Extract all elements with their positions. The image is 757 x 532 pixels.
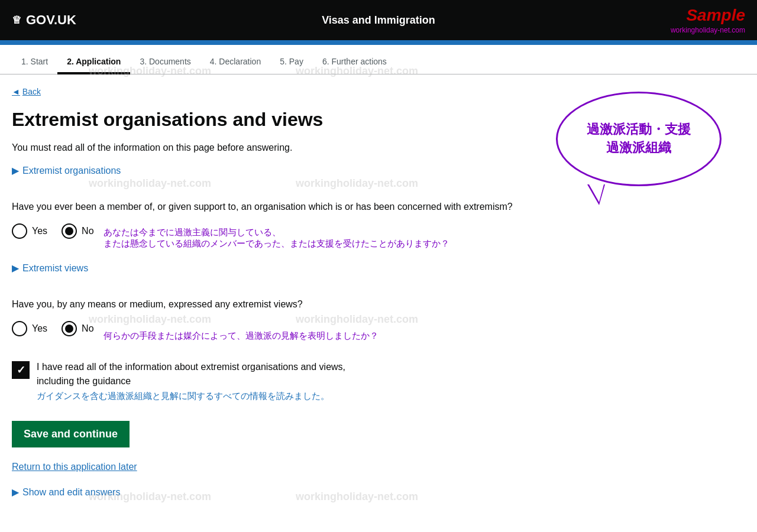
question2-yes-text: Yes (32, 323, 47, 334)
step-application[interactable]: 2. Application (57, 52, 130, 74)
progress-bar (0, 40, 757, 45)
site-header: ♕ GOV.UK Visas and Immigration Sample wo… (0, 0, 757, 40)
question2-no-text: No (82, 323, 93, 334)
question2-yes-radio[interactable] (12, 321, 27, 336)
checkbox-jp-text: ガイダンスを含む過激派組織と見解に関するすべての情報を読みました。 (37, 391, 345, 402)
page-title: Extremist organisations and views (12, 108, 520, 131)
show-edit-label-text: Show and edit answers (22, 487, 120, 498)
question1-yes-label[interactable]: Yes (12, 223, 47, 239)
speech-bubble: 過激派活動・支援過激派組織 (556, 92, 722, 186)
step-declaration[interactable]: 4. Declaration (200, 52, 270, 74)
checkbox-label-text: I have read all of the information about… (37, 362, 345, 386)
confirmation-checkbox[interactable] (12, 361, 30, 379)
step-pay[interactable]: 5. Pay (270, 52, 313, 74)
question2-text: Have you, by any means or medium, expres… (12, 297, 520, 312)
expand-views-link[interactable]: ▶ Extremist views (12, 262, 88, 274)
speech-bubble-container: 過激派活動・支援過激派組織 (556, 92, 745, 186)
question1-no-text: No (82, 226, 93, 236)
question1-radio-group: Yes No (12, 223, 94, 239)
back-link[interactable]: ◄ Back (12, 87, 41, 96)
gov-logo[interactable]: ♕ GOV.UK (12, 12, 76, 28)
question1-yes-text: Yes (32, 226, 47, 236)
question2-radio-row: Yes No 何らかの手段または媒介によって、過激派の見解を表明しましたか？ (12, 321, 520, 351)
speech-bubble-text: 過激派活動・支援過激派組織 (587, 121, 691, 157)
show-edit-link[interactable]: ▶ Show and edit answers (12, 486, 120, 498)
save-continue-button[interactable]: Save and continue (12, 421, 130, 447)
step-documents[interactable]: 3. Documents (130, 52, 200, 74)
show-edit-arrow-icon: ▶ (12, 486, 19, 498)
question2-no-radio[interactable] (62, 321, 77, 336)
question2-no-label[interactable]: No (62, 321, 93, 336)
steps-navigation: 1. Start 2. Application 3. Documents 4. … (0, 45, 757, 74)
logo-text: GOV.UK (26, 12, 76, 28)
site-title: Visas and Immigration (322, 14, 435, 27)
question1-radio-row: Yes No あなたは今までに過激主義に関与している、または懸念している組織のメ… (12, 223, 520, 253)
question1-text: Have you ever been a member of, or given… (12, 200, 520, 214)
checkbox-label: I have read all of the information about… (37, 360, 345, 402)
step-further-actions[interactable]: 6. Further actions (313, 52, 396, 74)
instruction-text: You must read all of the information on … (12, 142, 520, 153)
main-content: ◄ Back Extremist organisations and views… (0, 74, 532, 510)
question1-no-label[interactable]: No (62, 223, 93, 239)
expand-orgs-icon: ▶ (12, 165, 19, 176)
question2-radio-group: Yes No (12, 321, 94, 336)
expand-orgs-label: Extremist organisations (22, 166, 121, 176)
question1-yes-radio[interactable] (12, 223, 27, 239)
header-watermark: workingholiday-net.com (671, 26, 745, 34)
return-link[interactable]: Return to this application later (12, 462, 520, 472)
question1-no-radio[interactable] (62, 223, 77, 239)
back-link-text: Back (22, 87, 41, 96)
expand-views-icon: ▶ (12, 262, 19, 274)
expand-views-label: Extremist views (22, 263, 88, 274)
expand-orgs-link[interactable]: ▶ Extremist organisations (12, 165, 121, 176)
step-start[interactable]: 1. Start (12, 52, 57, 74)
sample-label: Sample (671, 6, 745, 25)
crown-icon: ♕ (12, 14, 21, 27)
question1-jp-translation: あなたは今までに過激主義に関与している、または懸念している組織のメンバーであった… (103, 227, 449, 249)
question2-yes-label[interactable]: Yes (12, 321, 47, 336)
confirmation-checkbox-group: I have read all of the information about… (12, 360, 520, 402)
back-arrow-icon: ◄ (12, 87, 20, 96)
question2-jp-translation: 何らかの手段または媒介によって、過激派の見解を表明しましたか？ (103, 330, 378, 342)
